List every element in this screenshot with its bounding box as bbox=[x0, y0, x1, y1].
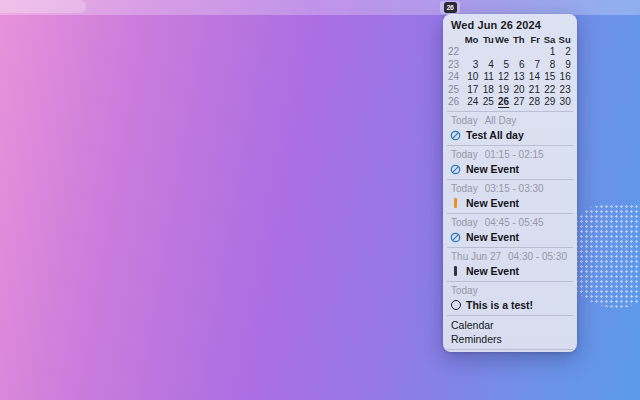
day-cell[interactable]: 30 bbox=[555, 96, 570, 108]
weekday-header: Sa bbox=[540, 34, 555, 46]
vertical-bar-icon bbox=[450, 266, 461, 277]
event-time-label: 01:15 - 02:15 bbox=[485, 149, 544, 161]
day-cell[interactable]: 20 bbox=[509, 84, 524, 96]
event-section: Today 01:15 - 02:15 New Event bbox=[447, 145, 573, 176]
event-date-label: Thu Jun 27 bbox=[451, 251, 501, 263]
event-section-header: Today bbox=[447, 285, 573, 297]
event-date-label: Today bbox=[451, 285, 478, 297]
week-number: 25 bbox=[447, 84, 463, 96]
day-cell[interactable]: 1 bbox=[540, 46, 555, 58]
day-cell[interactable] bbox=[478, 46, 493, 58]
itsycal-panel: Wed Jun 26 2024 Mo Tu We Th Fr Sa Su 22 … bbox=[443, 14, 577, 352]
footer-divider bbox=[447, 349, 573, 350]
day-cell[interactable]: 8 bbox=[540, 59, 555, 71]
event-title: New Event bbox=[466, 196, 519, 210]
weekday-header: Tu bbox=[478, 34, 493, 46]
vertical-bar-icon bbox=[450, 198, 461, 209]
day-cell[interactable]: 29 bbox=[540, 96, 555, 108]
event-row[interactable]: New Event bbox=[447, 264, 573, 278]
day-cell[interactable] bbox=[463, 46, 478, 58]
menubar-left-highlight bbox=[0, 0, 86, 13]
circle-slash-icon bbox=[450, 232, 461, 243]
event-section: Today All Day Test All day bbox=[447, 111, 573, 142]
event-title: Test All day bbox=[466, 128, 524, 142]
day-cell[interactable]: 4 bbox=[478, 59, 493, 71]
day-cell[interactable] bbox=[509, 46, 524, 58]
day-cell[interactable] bbox=[525, 46, 540, 58]
day-cell[interactable]: 7 bbox=[525, 59, 540, 71]
event-time-label: 04:30 - 05:30 bbox=[508, 251, 567, 263]
event-row[interactable]: New Event bbox=[447, 196, 573, 210]
day-cell[interactable]: 3 bbox=[463, 59, 478, 71]
event-title: New Event bbox=[466, 264, 519, 278]
day-cell[interactable]: 19 bbox=[494, 84, 509, 96]
event-section: Today 03:15 - 03:30 New Event bbox=[447, 179, 573, 210]
day-cell[interactable]: 10 bbox=[463, 71, 478, 83]
event-section-header: Today 01:15 - 02:15 bbox=[447, 149, 573, 161]
event-section: Today 04:45 - 05:45 New Event bbox=[447, 213, 573, 244]
weekday-header: We bbox=[494, 34, 509, 46]
weekday-header: Th bbox=[509, 34, 524, 46]
reminder-row[interactable]: This is a test! bbox=[447, 298, 573, 312]
weekday-header: Mo bbox=[463, 34, 478, 46]
day-cell[interactable]: 6 bbox=[509, 59, 524, 71]
event-row[interactable]: Test All day bbox=[447, 128, 573, 142]
event-date-label: Today bbox=[451, 183, 478, 195]
menu-item-reminders[interactable]: Reminders bbox=[447, 333, 573, 347]
event-section: Thu Jun 27 04:30 - 05:30 New Event bbox=[447, 247, 573, 278]
menubar-calendar-item[interactable]: 26 bbox=[440, 1, 460, 14]
event-section-header: Today 03:15 - 03:30 bbox=[447, 183, 573, 195]
day-cell[interactable]: 5 bbox=[494, 59, 509, 71]
calendar-title: Wed Jun 26 2024 bbox=[447, 18, 573, 33]
event-section-header: Thu Jun 27 04:30 - 05:30 bbox=[447, 251, 573, 263]
week-number: 24 bbox=[447, 71, 463, 83]
circle-outline-icon bbox=[450, 300, 461, 311]
week-number: 22 bbox=[447, 46, 463, 58]
day-cell[interactable]: 22 bbox=[540, 84, 555, 96]
menu-item-calendar[interactable]: Calendar bbox=[447, 319, 573, 333]
day-cell[interactable]: 24 bbox=[463, 96, 478, 108]
reminder-title: This is a test! bbox=[466, 298, 533, 312]
weekday-header: Su bbox=[555, 34, 570, 46]
day-cell[interactable]: 23 bbox=[555, 84, 570, 96]
day-cell[interactable]: 16 bbox=[555, 71, 570, 83]
day-cell-today[interactable]: 26 bbox=[494, 96, 509, 108]
event-time-label: 04:45 - 05:45 bbox=[485, 217, 544, 229]
event-date-label: Today bbox=[451, 217, 478, 229]
circle-slash-icon bbox=[450, 130, 461, 141]
event-time-label: 03:15 - 03:30 bbox=[485, 183, 544, 195]
event-row[interactable]: New Event bbox=[447, 162, 573, 176]
day-cell[interactable]: 15 bbox=[540, 71, 555, 83]
day-cell[interactable]: 25 bbox=[478, 96, 493, 108]
day-cell[interactable]: 11 bbox=[478, 71, 493, 83]
menu-bar bbox=[0, 0, 640, 15]
week-number: 23 bbox=[447, 59, 463, 71]
day-cell[interactable]: 2 bbox=[555, 46, 570, 58]
weekday-header: Fr bbox=[525, 34, 540, 46]
day-cell[interactable]: 9 bbox=[555, 59, 570, 71]
event-date-label: Today bbox=[451, 115, 478, 127]
day-cell[interactable]: 17 bbox=[463, 84, 478, 96]
event-row[interactable]: New Event bbox=[447, 230, 573, 244]
circle-slash-icon bbox=[450, 164, 461, 175]
reminder-section: Today This is a test! bbox=[447, 281, 573, 312]
desktop: { "menubar": { "date_icon_label": "26" }… bbox=[0, 0, 640, 400]
panel-footer: Calendar Reminders Settings... bbox=[447, 315, 573, 352]
calendar-date-icon[interactable]: 26 bbox=[444, 2, 457, 13]
day-cell[interactable]: 14 bbox=[525, 71, 540, 83]
day-cell[interactable]: 28 bbox=[525, 96, 540, 108]
event-date-label: Today bbox=[451, 149, 478, 161]
event-section-header: Today 04:45 - 05:45 bbox=[447, 217, 573, 229]
event-section-header: Today All Day bbox=[447, 115, 573, 127]
day-cell[interactable]: 18 bbox=[478, 84, 493, 96]
event-title: New Event bbox=[466, 230, 519, 244]
day-cell[interactable]: 13 bbox=[509, 71, 524, 83]
event-title: New Event bbox=[466, 162, 519, 176]
day-cell[interactable]: 12 bbox=[494, 71, 509, 83]
week-number: 26 bbox=[447, 96, 463, 108]
day-cell[interactable]: 21 bbox=[525, 84, 540, 96]
day-cell[interactable] bbox=[494, 46, 509, 58]
calendar-grid: Mo Tu We Th Fr Sa Su 22 1 2 23 3 4 5 6 7… bbox=[447, 34, 573, 108]
event-time-label: All Day bbox=[485, 115, 517, 127]
day-cell[interactable]: 27 bbox=[509, 96, 524, 108]
